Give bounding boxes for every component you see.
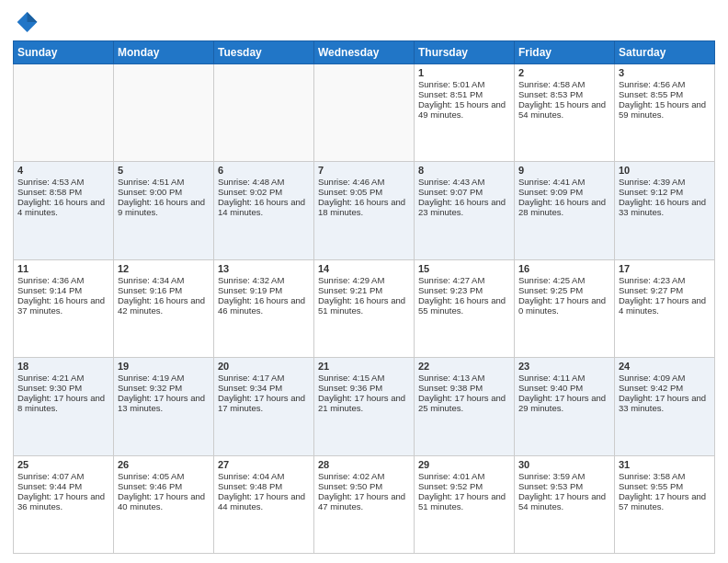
sunset-text: Sunset: 9:32 PM — [118, 383, 182, 393]
sunset-text: Sunset: 9:07 PM — [418, 187, 483, 197]
day-number: 23 — [518, 361, 610, 372]
calendar-cell: 14Sunrise: 4:29 AMSunset: 9:21 PMDayligh… — [314, 259, 415, 357]
sunset-text: Sunset: 8:58 PM — [17, 187, 82, 197]
calendar-week-row: 18Sunrise: 4:21 AMSunset: 9:30 PMDayligh… — [14, 358, 715, 455]
daylight-text: Daylight: 17 hours and 8 minutes. — [17, 393, 105, 413]
calendar-cell: 21Sunrise: 4:15 AMSunset: 9:36 PMDayligh… — [314, 358, 415, 455]
daylight-text: Daylight: 16 hours and 14 minutes. — [218, 197, 305, 217]
sunset-text: Sunset: 9:30 PM — [17, 383, 82, 393]
page: SundayMondayTuesdayWednesdayThursdayFrid… — [0, 0, 728, 563]
day-number: 10 — [619, 165, 711, 176]
sunset-text: Sunset: 9:50 PM — [318, 481, 382, 491]
sunset-text: Sunset: 9:36 PM — [318, 383, 382, 393]
sunrise-text: Sunrise: 4:25 AM — [518, 275, 585, 285]
daylight-text: Daylight: 16 hours and 9 minutes. — [118, 197, 205, 217]
day-number: 8 — [418, 165, 510, 176]
header — [13, 9, 715, 35]
daylight-text: Daylight: 17 hours and 51 minutes. — [418, 491, 506, 511]
calendar-week-row: 25Sunrise: 4:07 AMSunset: 9:44 PMDayligh… — [14, 455, 715, 553]
day-number: 4 — [17, 165, 109, 176]
calendar-cell — [314, 64, 415, 162]
sunrise-text: Sunrise: 4:01 AM — [418, 471, 484, 481]
sunset-text: Sunset: 9:05 PM — [318, 187, 382, 197]
calendar-cell — [14, 64, 114, 162]
daylight-text: Daylight: 15 hours and 59 minutes. — [619, 99, 706, 120]
sunset-text: Sunset: 9:42 PM — [619, 383, 683, 393]
calendar-cell: 19Sunrise: 4:19 AMSunset: 9:32 PMDayligh… — [114, 358, 214, 455]
sunrise-text: Sunrise: 4:05 AM — [118, 471, 184, 481]
sunrise-text: Sunrise: 4:27 AM — [418, 275, 484, 285]
daylight-text: Daylight: 16 hours and 33 minutes. — [619, 197, 706, 217]
sunset-text: Sunset: 9:16 PM — [118, 285, 182, 295]
day-number: 15 — [418, 263, 510, 274]
day-number: 17 — [619, 263, 711, 274]
calendar-cell: 16Sunrise: 4:25 AMSunset: 9:25 PMDayligh… — [515, 259, 615, 357]
svg-marker-1 — [28, 12, 38, 22]
sunrise-text: Sunrise: 4:23 AM — [619, 275, 685, 285]
day-number: 25 — [17, 459, 109, 470]
day-number: 12 — [118, 263, 210, 274]
sunset-text: Sunset: 9:38 PM — [418, 383, 483, 393]
sunrise-text: Sunrise: 3:59 AM — [518, 471, 585, 481]
day-number: 7 — [318, 165, 410, 176]
calendar-header-thursday: Thursday — [415, 41, 515, 64]
daylight-text: Daylight: 17 hours and 0 minutes. — [518, 295, 606, 316]
sunrise-text: Sunrise: 4:32 AM — [218, 275, 284, 285]
calendar-cell: 24Sunrise: 4:09 AMSunset: 9:42 PMDayligh… — [615, 358, 715, 455]
daylight-text: Daylight: 16 hours and 51 minutes. — [318, 295, 405, 316]
calendar-cell: 9Sunrise: 4:41 AMSunset: 9:09 PMDaylight… — [515, 162, 615, 259]
sunrise-text: Sunrise: 4:15 AM — [318, 373, 384, 383]
day-number: 31 — [619, 459, 711, 470]
sunrise-text: Sunrise: 4:02 AM — [318, 471, 384, 481]
calendar-cell — [214, 64, 314, 162]
sunset-text: Sunset: 9:12 PM — [619, 187, 683, 197]
day-number: 20 — [218, 361, 310, 372]
daylight-text: Daylight: 17 hours and 13 minutes. — [118, 393, 205, 413]
calendar-cell: 5Sunrise: 4:51 AMSunset: 9:00 PMDaylight… — [114, 162, 214, 259]
sunset-text: Sunset: 9:09 PM — [518, 187, 583, 197]
sunset-text: Sunset: 9:23 PM — [418, 285, 483, 295]
sunrise-text: Sunrise: 4:13 AM — [418, 373, 484, 383]
daylight-text: Daylight: 16 hours and 18 minutes. — [318, 197, 405, 217]
sunrise-text: Sunrise: 5:01 AM — [418, 79, 484, 89]
daylight-text: Daylight: 16 hours and 37 minutes. — [17, 295, 105, 316]
calendar-cell: 6Sunrise: 4:48 AMSunset: 9:02 PMDaylight… — [214, 162, 314, 259]
daylight-text: Daylight: 17 hours and 17 minutes. — [218, 393, 305, 413]
calendar-header-tuesday: Tuesday — [214, 41, 314, 64]
calendar-cell: 17Sunrise: 4:23 AMSunset: 9:27 PMDayligh… — [615, 259, 715, 357]
day-number: 14 — [318, 263, 410, 274]
calendar-cell: 8Sunrise: 4:43 AMSunset: 9:07 PMDaylight… — [415, 162, 515, 259]
daylight-text: Daylight: 17 hours and 4 minutes. — [619, 295, 706, 316]
day-number: 19 — [118, 361, 210, 372]
daylight-text: Daylight: 17 hours and 44 minutes. — [218, 491, 305, 511]
sunrise-text: Sunrise: 4:48 AM — [218, 177, 284, 187]
sunset-text: Sunset: 9:55 PM — [619, 481, 683, 491]
calendar-cell: 1Sunrise: 5:01 AMSunset: 8:51 PMDaylight… — [415, 64, 515, 162]
calendar-cell — [114, 64, 214, 162]
daylight-text: Daylight: 17 hours and 40 minutes. — [118, 491, 205, 511]
sunset-text: Sunset: 8:51 PM — [418, 89, 483, 99]
sunrise-text: Sunrise: 4:07 AM — [17, 471, 84, 481]
daylight-text: Daylight: 15 hours and 54 minutes. — [518, 99, 606, 120]
day-number: 24 — [619, 361, 711, 372]
sunrise-text: Sunrise: 4:36 AM — [17, 275, 84, 285]
day-number: 18 — [17, 361, 109, 372]
daylight-text: Daylight: 16 hours and 55 minutes. — [418, 295, 506, 316]
sunset-text: Sunset: 9:40 PM — [518, 383, 583, 393]
sunset-text: Sunset: 9:14 PM — [17, 285, 82, 295]
calendar-header-wednesday: Wednesday — [314, 41, 415, 64]
sunrise-text: Sunrise: 4:46 AM — [318, 177, 384, 187]
sunset-text: Sunset: 9:19 PM — [218, 285, 282, 295]
sunrise-text: Sunrise: 4:51 AM — [118, 177, 184, 187]
sunrise-text: Sunrise: 4:58 AM — [518, 79, 585, 89]
sunset-text: Sunset: 9:21 PM — [318, 285, 382, 295]
calendar-cell: 7Sunrise: 4:46 AMSunset: 9:05 PMDaylight… — [314, 162, 415, 259]
daylight-text: Daylight: 17 hours and 25 minutes. — [418, 393, 506, 413]
daylight-text: Daylight: 16 hours and 4 minutes. — [17, 197, 105, 217]
daylight-text: Daylight: 15 hours and 49 minutes. — [418, 99, 506, 120]
daylight-text: Daylight: 17 hours and 21 minutes. — [318, 393, 405, 413]
day-number: 21 — [318, 361, 410, 372]
day-number: 5 — [118, 165, 210, 176]
calendar-week-row: 4Sunrise: 4:53 AMSunset: 8:58 PMDaylight… — [14, 162, 715, 259]
daylight-text: Daylight: 16 hours and 42 minutes. — [118, 295, 205, 316]
